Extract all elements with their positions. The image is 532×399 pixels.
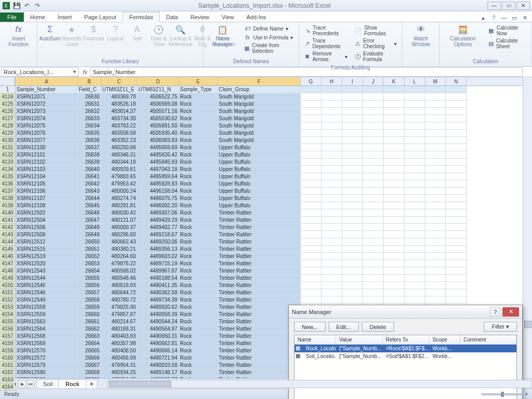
data-cell[interactable]: Rock xyxy=(179,159,218,166)
data-cell[interactable]: XSRN12504 xyxy=(16,217,78,224)
data-cell[interactable]: 4490188.54 xyxy=(137,275,179,282)
data-cell[interactable]: 479954.31 xyxy=(101,362,137,369)
data-cell[interactable]: 4495928.83 xyxy=(137,180,179,188)
row-header[interactable]: 4144 xyxy=(0,238,15,246)
data-cell[interactable]: XSRN12520 xyxy=(16,260,78,267)
column-header[interactable]: G xyxy=(301,77,321,86)
tab-home[interactable]: Home xyxy=(24,12,51,22)
row-header[interactable]: 4136 xyxy=(0,180,15,188)
row-header[interactable]: 4130 xyxy=(0,137,15,144)
data-cell[interactable]: Timber Rattler xyxy=(218,253,301,260)
data-cell[interactable]: 480357.98 xyxy=(101,340,137,347)
doc-minimize-icon[interactable]: — xyxy=(500,13,508,22)
row-header[interactable]: 4154 xyxy=(0,311,15,318)
data-cell[interactable]: 4505571.16 xyxy=(137,108,179,115)
data-cell[interactable]: Timber Rattler xyxy=(218,275,301,282)
data-cell[interactable]: 4490662.81 xyxy=(137,340,179,347)
dialog-help-icon[interactable]: ? xyxy=(490,307,500,317)
data-cell[interactable]: 480250.88 xyxy=(101,144,137,151)
list-item[interactable]: ▦ Rock_Locatio... {"Sample_Numb... =Rock… xyxy=(295,345,516,352)
scrollbar-thumb[interactable] xyxy=(524,321,531,328)
data-cell[interactable]: 479876.22 xyxy=(101,260,137,267)
data-cell[interactable]: 480456.99 xyxy=(101,354,137,362)
data-cell[interactable]: 4489429.29 xyxy=(137,217,179,224)
data-cell[interactable]: Rock xyxy=(179,195,218,202)
tab-addins[interactable]: Add-Ins xyxy=(240,12,272,22)
data-cell[interactable]: Rock xyxy=(179,115,218,122)
column-header[interactable]: E xyxy=(179,77,218,86)
data-cell[interactable]: 480644.72 xyxy=(101,289,137,296)
data-cell[interactable]: 480121.07 xyxy=(101,217,137,224)
data-cell[interactable]: Rock xyxy=(179,238,218,246)
define-name-button[interactable]: 🏷Define Name ▾ xyxy=(243,24,295,33)
data-cell[interactable]: XSRN12103 xyxy=(16,166,78,173)
data-cell[interactable]: Rock xyxy=(179,289,218,296)
data-cell[interactable]: XSRN12599 xyxy=(16,376,78,378)
data-cell[interactable]: Upper Buffalo xyxy=(218,202,301,209)
data-cell[interactable]: Timber Rattler xyxy=(218,224,301,231)
scrollbar-thumb[interactable] xyxy=(109,381,171,387)
row-header[interactable]: 4127 xyxy=(0,115,15,122)
data-cell[interactable]: Rock xyxy=(179,217,218,224)
insert-function-button[interactable]: fxInsert Function xyxy=(2,23,35,48)
tab-review[interactable]: Review xyxy=(184,12,215,22)
data-cell[interactable]: XSRN12564 xyxy=(16,325,78,333)
data-cell[interactable]: Rock xyxy=(179,369,218,376)
data-cell[interactable]: 26648 xyxy=(78,224,101,231)
redo-icon[interactable]: ↷ xyxy=(33,2,41,10)
data-cell[interactable]: South Marigold xyxy=(218,137,301,144)
data-cell[interactable]: 26644 xyxy=(78,195,101,202)
data-cell[interactable]: Rock xyxy=(179,144,218,151)
show-formulas-button[interactable]: 📄Show Formulas xyxy=(354,24,397,37)
row-header[interactable]: 4129 xyxy=(0,130,15,137)
data-cell[interactable]: 4490544.24 xyxy=(137,318,179,325)
data-cell[interactable]: 4489148.17 xyxy=(137,369,179,376)
row-header[interactable]: 4143 xyxy=(0,231,15,238)
data-cell[interactable]: 4490564.97 xyxy=(137,325,179,333)
data-cell[interactable]: Timber Rattler xyxy=(218,217,301,224)
data-cell[interactable]: Rock xyxy=(179,224,218,231)
data-cell[interactable]: Rock xyxy=(179,311,218,318)
data-cell[interactable]: Rock xyxy=(179,354,218,362)
row-header[interactable]: 4138 xyxy=(0,195,15,202)
tab-data[interactable]: Data xyxy=(160,12,184,22)
column-header[interactable]: L xyxy=(404,77,425,86)
datetime-button[interactable]: 🕒Date & Time xyxy=(148,23,169,48)
data-cell[interactable]: 480274.74 xyxy=(101,195,137,202)
data-cell[interactable]: Timber Rattler xyxy=(218,289,301,296)
data-cell[interactable]: 26643 xyxy=(78,188,101,195)
column-header[interactable]: F xyxy=(218,77,301,86)
close-button[interactable]: ✕ xyxy=(516,2,530,10)
data-cell[interactable]: Rock xyxy=(179,347,218,354)
column-header[interactable]: N xyxy=(446,77,467,86)
data-cell[interactable]: 26642 xyxy=(78,180,101,188)
data-cell[interactable]: XSRN12506 xyxy=(16,224,78,231)
tab-formulas[interactable]: Formulas xyxy=(122,12,160,22)
data-cell[interactable]: 4506569.08 xyxy=(137,101,179,108)
data-cell[interactable]: 26651 xyxy=(78,246,101,253)
data-cell[interactable]: 4489920.62 xyxy=(137,304,179,311)
data-cell[interactable]: Rock xyxy=(179,122,218,130)
row-header[interactable]: 4131 xyxy=(0,144,15,151)
row-header[interactable]: 4134 xyxy=(0,166,15,173)
data-cell[interactable]: 26664 xyxy=(78,340,101,347)
row-header[interactable]: 4158 xyxy=(0,340,15,347)
data-cell[interactable]: 480264.60 xyxy=(101,253,137,260)
data-cell[interactable]: Timber Rattler xyxy=(218,246,301,253)
data-cell[interactable]: 26654 xyxy=(78,267,101,275)
data-cell[interactable]: XSRN12107 xyxy=(16,195,78,202)
data-cell[interactable]: 26632 xyxy=(78,108,101,115)
data-cell[interactable]: 480000.24 xyxy=(101,188,137,195)
data-cell[interactable]: 26660 xyxy=(78,311,101,318)
data-cell[interactable]: XSRN12515 xyxy=(16,246,78,253)
column-header[interactable]: J xyxy=(363,77,384,86)
data-cell[interactable]: Rock xyxy=(179,304,218,311)
data-cell[interactable]: 4490411.35 xyxy=(137,282,179,289)
column-header[interactable]: A xyxy=(16,77,78,86)
data-cell[interactable]: Rock xyxy=(179,325,218,333)
data-cell[interactable]: 4505530.62 xyxy=(137,115,179,122)
row-header[interactable]: 4153 xyxy=(0,304,15,311)
data-cell[interactable]: 4506522.75 xyxy=(137,93,179,101)
tab-view[interactable]: View xyxy=(216,12,241,22)
row-header[interactable]: 4163 xyxy=(0,376,15,383)
